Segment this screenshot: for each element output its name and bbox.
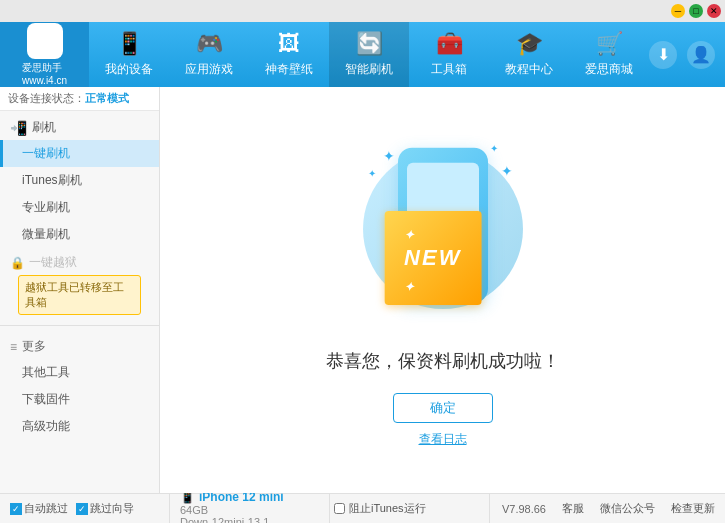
customer-service-link[interactable]: 客服 bbox=[562, 501, 584, 516]
more-section-title: ≡ 更多 bbox=[0, 334, 159, 359]
flash-icon: 📲 bbox=[10, 120, 27, 136]
close-button[interactable]: ✕ bbox=[707, 4, 721, 18]
checkbox-auto-box[interactable]: ✓ bbox=[10, 503, 22, 515]
success-illustration: ✦ ✦ ✦ ✦ NEW bbox=[353, 133, 533, 333]
user-button[interactable]: 👤 bbox=[687, 41, 715, 69]
logo[interactable]: i 爱思助手 www.i4.cn bbox=[0, 22, 89, 87]
success-text: 恭喜您，保资料刷机成功啦！ bbox=[326, 349, 560, 373]
sidebar-item-one-click[interactable]: 一键刷机 bbox=[0, 140, 159, 167]
nav-apps[interactable]: 🎮 应用游戏 bbox=[169, 22, 249, 87]
shop-icon: 🛒 bbox=[596, 31, 623, 57]
lines-icon: ≡ bbox=[10, 340, 17, 354]
wallpaper-icon: 🖼 bbox=[278, 31, 300, 57]
star-icon-2: ✦ bbox=[490, 143, 498, 154]
nav-right: ⬇ 👤 bbox=[649, 41, 725, 69]
itunes-status[interactable]: 阻止iTunes运行 bbox=[330, 494, 490, 523]
star-icon-4: ✦ bbox=[501, 163, 513, 179]
sidebar-item-advanced[interactable]: 高级功能 bbox=[0, 413, 159, 440]
checkbox-auto[interactable]: ✓ 自动跳过 bbox=[10, 501, 68, 516]
checkbox-guided[interactable]: ✓ 跳过向导 bbox=[76, 501, 134, 516]
jailbreak-section: 🔒 一键越狱 越狱工具已转移至工具箱 bbox=[0, 252, 159, 321]
nav-smart-flash[interactable]: 🔄 智能刷机 bbox=[329, 22, 409, 87]
sidebar: 📲 刷机 一键刷机 iTunes刷机 专业刷机 微量刷机 bbox=[0, 111, 160, 493]
toolbox-icon: 🧰 bbox=[436, 31, 463, 57]
nav-wallpaper[interactable]: 🖼 神奇壁纸 bbox=[249, 22, 329, 87]
sidebar-item-micro[interactable]: 微量刷机 bbox=[0, 221, 159, 248]
main-content: ✦ ✦ ✦ ✦ NEW 恭喜您，保资料刷机成功啦！ 确定 查看日志 bbox=[160, 87, 725, 493]
main-wrapper: 设备连接状态：正常模式 📲 刷机 一键刷机 iTunes刷机 bbox=[0, 87, 725, 523]
device-info-section: 📱 iPhone 12 mini 64GB Down-12mini-13,1 bbox=[170, 494, 330, 523]
star-icon-1: ✦ bbox=[383, 148, 395, 164]
flash-section: 📲 刷机 一键刷机 iTunes刷机 专业刷机 微量刷机 bbox=[0, 111, 159, 252]
status-left: ✓ 自动跳过 ✓ 跳过向导 bbox=[10, 494, 170, 523]
status-right: V7.98.66 客服 微信公众号 检查更新 bbox=[502, 501, 715, 516]
nav-items: 📱 我的设备 🎮 应用游戏 🖼 神奇壁纸 🔄 智能刷机 🧰 工具箱 🎓 教程中心… bbox=[89, 22, 649, 87]
connection-status: 设备连接状态：正常模式 bbox=[0, 87, 159, 111]
smart-flash-icon: 🔄 bbox=[356, 31, 383, 57]
sidebar-item-other-tools[interactable]: 其他工具 bbox=[0, 359, 159, 386]
flash-section-title: 📲 刷机 bbox=[0, 115, 159, 140]
maximize-button[interactable]: □ bbox=[689, 4, 703, 18]
apps-icon: 🎮 bbox=[196, 31, 223, 57]
download-button[interactable]: ⬇ bbox=[649, 41, 677, 69]
wechat-link[interactable]: 微信公众号 bbox=[600, 501, 655, 516]
checkbox-guided-box[interactable]: ✓ bbox=[76, 503, 88, 515]
check-update-link[interactable]: 检查更新 bbox=[671, 501, 715, 516]
nav-toolbox[interactable]: 🧰 工具箱 bbox=[409, 22, 489, 87]
confirm-button[interactable]: 确定 bbox=[393, 393, 493, 423]
minimize-button[interactable]: ─ bbox=[671, 4, 685, 18]
jailbreak-warning: 越狱工具已转移至工具箱 bbox=[18, 275, 141, 315]
star-icon-3: ✦ bbox=[368, 168, 376, 179]
sidebar-item-download-firmware[interactable]: 下载固件 bbox=[0, 386, 159, 413]
new-badge: NEW bbox=[384, 211, 481, 305]
title-bar: ─ □ ✕ bbox=[0, 0, 725, 22]
tutorial-icon: 🎓 bbox=[516, 31, 543, 57]
my-device-icon: 📱 bbox=[116, 31, 143, 57]
more-section: ≡ 更多 其他工具 下载固件 高级功能 bbox=[0, 330, 159, 444]
logo-text: 爱思助手 www.i4.cn bbox=[22, 61, 67, 86]
sidebar-item-itunes[interactable]: iTunes刷机 bbox=[0, 167, 159, 194]
logo-icon: i bbox=[27, 23, 63, 59]
header: i 爱思助手 www.i4.cn 📱 我的设备 🎮 应用游戏 🖼 神奇壁纸 🔄 … bbox=[0, 22, 725, 87]
sidebar-divider bbox=[0, 325, 159, 326]
nav-my-device[interactable]: 📱 我的设备 bbox=[89, 22, 169, 87]
itunes-checkbox[interactable] bbox=[334, 503, 345, 514]
daily-log-link[interactable]: 查看日志 bbox=[419, 431, 467, 448]
nav-tutorial[interactable]: 🎓 教程中心 bbox=[489, 22, 569, 87]
status-bar-bottom: ✓ 自动跳过 ✓ 跳过向导 📱 iPhone 12 mini 64GB Down… bbox=[0, 493, 725, 523]
nav-shop[interactable]: 🛒 爱思商城 bbox=[569, 22, 649, 87]
sidebar-item-professional[interactable]: 专业刷机 bbox=[0, 194, 159, 221]
